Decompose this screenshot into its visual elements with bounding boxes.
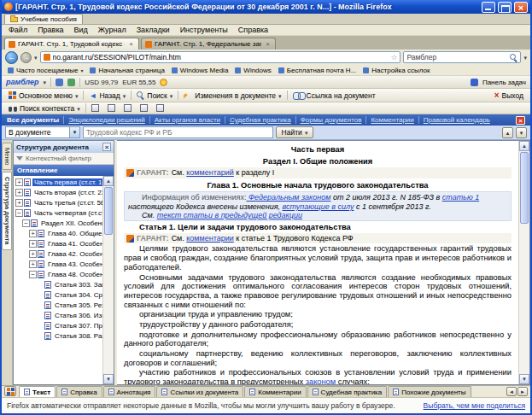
- tree-item[interactable]: Статья 305. Режимы тр: [14, 300, 102, 310]
- main-menu-button[interactable]: Основное меню: [5, 90, 81, 101]
- menu-item[interactable]: Закладки: [132, 26, 175, 34]
- doc-tab[interactable]: Справка: [56, 386, 102, 397]
- doc-tab[interactable]: Аннотация: [103, 386, 156, 397]
- history-dropdown-icon[interactable]: [34, 53, 38, 61]
- tree-item-label[interactable]: Статья 303. Заключен: [53, 281, 102, 289]
- tree-item[interactable]: Часть вторая (ст.ст. 23 - 55): [14, 187, 102, 197]
- category-link[interactable]: Энциклопедии решений: [63, 116, 149, 124]
- scroll-up-button[interactable]: [103, 176, 114, 186]
- tree-item-label[interactable]: Часть четвертая (ст.ст. 251 - 35: [32, 209, 102, 217]
- tree-toggle-icon[interactable]: [15, 189, 23, 196]
- title-bar[interactable]: [ГАРАНТ. Стр. 1, Трудовой кодекс Российс…: [2, 0, 530, 14]
- menu-item[interactable]: Журнал: [93, 26, 132, 34]
- tree-item-label[interactable]: Статья 305. Режимы тр: [53, 301, 102, 309]
- search-query-input[interactable]: Трудовой кодекс РФ и РБ: [83, 126, 273, 138]
- save-document-button[interactable]: [104, 102, 119, 114]
- tree-item[interactable]: Раздел XII. Особенности рег: [14, 218, 102, 228]
- bookmark-item[interactable]: Настройка ссылок: [360, 67, 432, 74]
- minimize-button[interactable]: [482, 2, 495, 13]
- training-manuals-tab[interactable]: Учебные пособия: [4, 14, 83, 24]
- tree-item[interactable]: Часть третья (ст.ст. 56 - 250): [14, 197, 102, 208]
- doc-tab[interactable]: Текст: [19, 386, 56, 397]
- bookmark-item[interactable]: Бесплатная почта H...: [276, 67, 360, 74]
- search-scope-select[interactable]: В документе: [5, 126, 80, 138]
- tree-item[interactable]: Статья 306. Изменение: [14, 310, 102, 320]
- tab-close-icon[interactable]: [127, 40, 135, 48]
- tree-toggle-icon[interactable]: [15, 199, 23, 207]
- tree-item[interactable]: Часть первая (ст.ст. 1 - 22): [14, 177, 102, 187]
- tree-item-label[interactable]: Часть вторая (ст.ст. 23 - 55): [32, 189, 102, 196]
- tree-toggle-icon[interactable]: [29, 260, 37, 268]
- url-text[interactable]: no.garant.ru/SESSION/PILOT/main.htm: [53, 53, 389, 61]
- category-bar-close-icon[interactable]: [516, 116, 525, 125]
- tree-item-label[interactable]: Глава 42. Особенности ре: [46, 250, 102, 258]
- scrollbar-thumb[interactable]: [520, 152, 529, 224]
- inline-link[interactable]: законом: [306, 377, 336, 384]
- web-search-value[interactable]: Рамблер: [406, 53, 507, 61]
- side-panel-tab[interactable]: Меню: [2, 143, 12, 170]
- tree-toggle-icon[interactable]: [29, 240, 37, 248]
- document-link-button[interactable]: Ссылка на документ: [289, 90, 379, 101]
- forward-button[interactable]: [20, 52, 32, 63]
- tree-toggle-icon[interactable]: [22, 219, 30, 227]
- category-link[interactable]: Все документы: [7, 116, 63, 124]
- tree-item[interactable]: Глава 43. Особенности ре: [14, 259, 102, 269]
- select-arrow-icon[interactable]: [69, 127, 79, 137]
- scrollbar-track[interactable]: [519, 151, 529, 374]
- scroll-down-button[interactable]: [103, 374, 114, 384]
- tree-item-label[interactable]: Статья 308. Разрешени: [53, 332, 102, 340]
- next-tab-button[interactable]: [517, 387, 528, 396]
- tab-close-icon[interactable]: [264, 40, 272, 48]
- inline-link[interactable]: комментарии: [186, 234, 233, 243]
- privacy-settings-link[interactable]: Выбрать, чем мне поделиться: [424, 401, 525, 410]
- print-button[interactable]: [120, 102, 135, 114]
- url-bar[interactable]: no.garant.ru/SESSION/PILOT/main.htm: [40, 51, 401, 63]
- search-prev-button[interactable]: [502, 127, 513, 138]
- category-link[interactable]: Акты органов власти: [149, 116, 225, 124]
- tree-item-label[interactable]: Глава 48. Особенности ре: [46, 271, 102, 278]
- maximize-button[interactable]: [498, 2, 512, 13]
- tree-item-label[interactable]: Глава 41. Особенности ре: [46, 240, 102, 248]
- scroll-up-button[interactable]: [519, 141, 529, 151]
- doc-tab[interactable]: Ссылки из документа: [156, 386, 243, 397]
- context-filter-field[interactable]: Контекстный фильтр: [14, 153, 114, 165]
- document-changes-button[interactable]: Изменения в документе: [180, 90, 284, 101]
- tree-item[interactable]: Глава 41. Особенности ре: [14, 238, 102, 248]
- category-link[interactable]: Правовой календарь: [418, 116, 494, 124]
- tree-scrollbar[interactable]: [102, 176, 114, 384]
- content-scrollbar[interactable]: [518, 141, 529, 384]
- tree-toggle-icon[interactable]: [29, 271, 37, 278]
- tree-item[interactable]: Статья 303. Заключен: [14, 279, 102, 289]
- menu-item[interactable]: Справка: [233, 26, 273, 34]
- task-panel-label[interactable]: Панель задач: [482, 79, 526, 86]
- tree-item-label[interactable]: Глава 40. Общие положен: [46, 230, 102, 237]
- nav-overflow-icon[interactable]: [523, 53, 527, 61]
- prev-tab-button[interactable]: [506, 387, 517, 396]
- open-document-button[interactable]: [88, 102, 102, 114]
- category-link[interactable]: Судебная практика: [225, 116, 295, 124]
- tree-item-label[interactable]: Раздел XII. Особенности рег: [39, 219, 102, 227]
- back-button[interactable]: [5, 51, 18, 64]
- settings-button[interactable]: [153, 102, 167, 114]
- browser-tab[interactable]: ГАРАНТ. Стр. 1, Федеральные запол...: [141, 38, 276, 50]
- web-search-field[interactable]: Рамблер: [403, 51, 521, 63]
- bookmark-item[interactable]: Часто посещаемые: [5, 67, 85, 74]
- scrollbar-track[interactable]: [103, 186, 114, 374]
- tree-item[interactable]: Статья 307. Прекращен: [14, 320, 102, 330]
- bookmark-item[interactable]: Windows: [232, 67, 273, 74]
- menu-item[interactable]: Файл: [3, 26, 32, 34]
- tree-item[interactable]: Глава 48. Особенности ре: [14, 269, 102, 279]
- rambler-logo[interactable]: рамблер: [6, 78, 39, 86]
- tree-item-label[interactable]: Часть первая (ст.ст. 1 - 22): [32, 178, 102, 186]
- bookmark-star-icon[interactable]: [390, 53, 397, 61]
- find-button[interactable]: Найти: [276, 126, 314, 138]
- search-button[interactable]: Поиск: [133, 90, 176, 101]
- bookmark-item[interactable]: Начальная страница: [87, 67, 167, 74]
- weather-sun-icon[interactable]: [160, 79, 167, 86]
- browser-tab[interactable]: ГАРАНТ. Стр. 1, Трудовой кодекс Рос...: [4, 38, 139, 50]
- exit-button[interactable]: Выход: [491, 90, 527, 101]
- rambler-dropdown-icon[interactable]: [44, 79, 47, 86]
- back-document-button[interactable]: Назад: [85, 90, 129, 101]
- doc-tab[interactable]: Похожие документы: [388, 386, 471, 397]
- tree-item[interactable]: Статья 308. Разрешени: [14, 330, 102, 341]
